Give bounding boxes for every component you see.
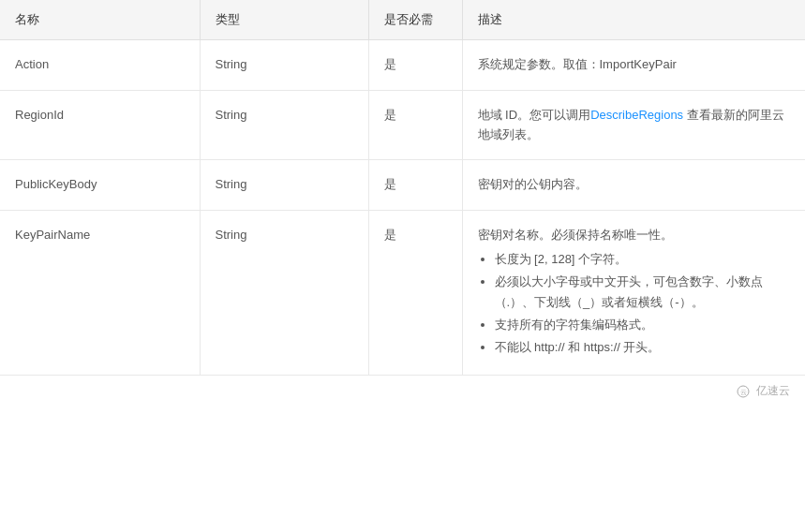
desc-list-item: 长度为 [2, 128] 个字符。 [495,249,791,270]
cell-name: RegionId [0,90,200,160]
svg-text:云: 云 [739,389,746,395]
header-desc: 描述 [462,0,805,40]
cell-name: Action [0,40,200,91]
cell-required: 是 [368,211,462,376]
desc-list-item: 必须以大小字母或中文开头，可包含数字、小数点（.）、下划线（_）或者短横线（-）… [495,272,791,313]
cell-required: 是 [368,40,462,91]
table-header-row: 名称 类型 是否必需 描述 [0,0,805,40]
watermark-icon: 云 [737,385,750,398]
table-row: ActionString是系统规定参数。取值：ImportKeyPair [0,40,805,91]
header-required: 是否必需 [368,0,462,40]
cell-name: KeyPairName [0,211,200,376]
table-row: KeyPairNameString是密钥对名称。必须保持名称唯一性。长度为 [2… [0,211,805,376]
desc-list: 长度为 [2, 128] 个字符。必须以大小字母或中文开头，可包含数字、小数点（… [478,249,791,358]
cell-required: 是 [368,160,462,211]
cell-type: String [200,160,368,211]
table-row: PublicKeyBodyString是密钥对的公钥内容。 [0,160,805,211]
watermark: 云 亿速云 [0,376,805,406]
cell-type: String [200,211,368,376]
cell-desc: 密钥对名称。必须保持名称唯一性。长度为 [2, 128] 个字符。必须以大小字母… [462,211,805,376]
cell-type: String [200,40,368,91]
header-type: 类型 [200,0,368,40]
desc-intro: 密钥对名称。必须保持名称唯一性。 [478,226,791,245]
desc-list-item: 不能以 http:// 和 https:// 开头。 [495,337,791,358]
desc-link[interactable]: DescribeRegions [590,108,683,122]
cell-type: String [200,90,368,160]
params-table: 名称 类型 是否必需 描述 ActionString是系统规定参数。取值：Imp… [0,0,805,376]
cell-desc: 地域 ID。您可以调用DescribeRegions 查看最新的阿里云地域列表。 [462,90,805,160]
cell-desc: 密钥对的公钥内容。 [462,160,805,211]
cell-name: PublicKeyBody [0,160,200,211]
header-name: 名称 [0,0,200,40]
desc-text: 地域 ID。您可以调用 [478,108,591,122]
desc-list-item: 支持所有的字符集编码格式。 [495,315,791,335]
cell-required: 是 [368,90,462,160]
cell-desc: 系统规定参数。取值：ImportKeyPair [462,40,805,91]
table-row: RegionIdString是地域 ID。您可以调用DescribeRegion… [0,90,805,160]
main-container: 名称 类型 是否必需 描述 ActionString是系统规定参数。取值：Imp… [0,0,805,532]
watermark-text: 亿速云 [756,384,790,397]
